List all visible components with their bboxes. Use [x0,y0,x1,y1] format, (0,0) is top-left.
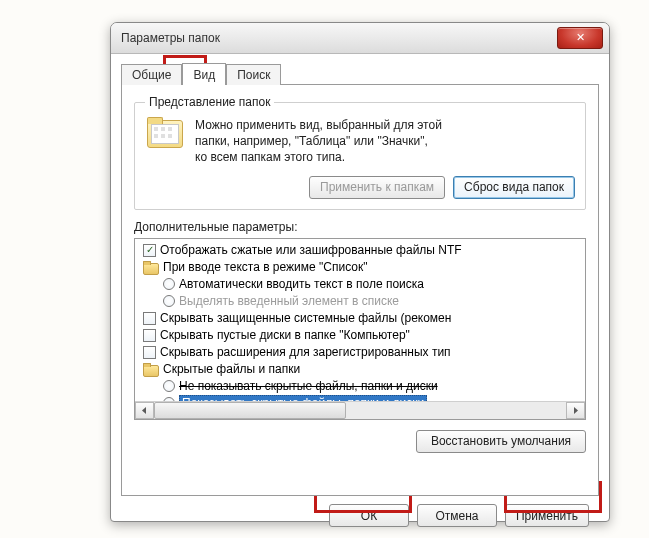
scroll-right-button[interactable] [566,402,585,419]
reset-folders-button[interactable]: Сброс вида папок [453,176,575,199]
folder-icon [143,363,157,375]
tab-general[interactable]: Общие [121,64,182,85]
tabstrip: Общие Вид Поиск [121,60,599,84]
folder-view-text: Можно применить вид, выбранный для этой … [195,117,442,166]
opt-dont-show-hidden[interactable]: Не показывать скрытые файлы, папки и дис… [135,378,585,395]
checkbox-icon[interactable] [143,346,156,359]
opt-hide-protected[interactable]: Скрывать защищенные системные файлы (рек… [135,310,585,327]
scroll-left-button[interactable] [135,402,154,419]
client-area: Общие Вид Поиск Представление папок [111,54,609,537]
advanced-tree[interactable]: Отображать сжатые или зашифрованные файл… [134,238,586,420]
folder-view-legend: Представление папок [145,95,274,109]
folder-options-dialog: Параметры папок ✕ Общие Вид Поиск Предст… [110,22,610,522]
opt-show-compressed[interactable]: Отображать сжатые или зашифрованные файл… [135,242,585,259]
dialog-buttons: ОК Отмена Применить [121,496,599,527]
radio-icon[interactable] [163,278,175,290]
titlebar[interactable]: Параметры папок ✕ [111,23,609,54]
opt-hidden-files-group[interactable]: Скрытые файлы и папки [135,361,585,378]
tab-page-view: Представление папок [121,84,599,496]
scrollbar-track[interactable] [154,402,566,419]
restore-defaults-button[interactable]: Восстановить умолчания [416,430,586,453]
close-icon: ✕ [576,31,585,43]
close-button[interactable]: ✕ [557,27,603,49]
horizontal-scrollbar[interactable] [135,401,585,419]
scrollbar-thumb[interactable] [154,402,346,419]
apply-to-folders-button: Применить к папкам [309,176,445,199]
checkbox-icon[interactable] [143,312,156,325]
folder-view-group: Представление папок [134,95,586,210]
radio-icon[interactable] [163,380,175,392]
cancel-button[interactable]: Отмена [417,504,497,527]
chevron-left-icon [141,407,148,414]
advanced-label: Дополнительные параметры: [134,220,586,234]
ok-button[interactable]: ОК [329,504,409,527]
tab-view[interactable]: Вид [182,63,226,85]
apply-button[interactable]: Применить [505,504,589,527]
opt-auto-type-search[interactable]: Автоматически вводить текст в поле поиск… [135,276,585,293]
opt-typing-mode[interactable]: При вводе текста в режиме "Список" [135,259,585,276]
window-title: Параметры папок [121,31,220,45]
checkbox-icon[interactable] [143,329,156,342]
folder-icon [143,261,157,273]
folder-options-icon [145,117,185,151]
chevron-right-icon [572,407,579,414]
radio-icon[interactable] [163,295,175,307]
tab-search[interactable]: Поиск [226,64,281,85]
opt-hide-empty-drives[interactable]: Скрывать пустые диски в папке "Компьютер… [135,327,585,344]
checkbox-icon[interactable] [143,244,156,257]
opt-select-typed-item[interactable]: Выделять введенный элемент в списке [135,293,585,310]
opt-hide-extensions[interactable]: Скрывать расширения для зарегистрированн… [135,344,585,361]
